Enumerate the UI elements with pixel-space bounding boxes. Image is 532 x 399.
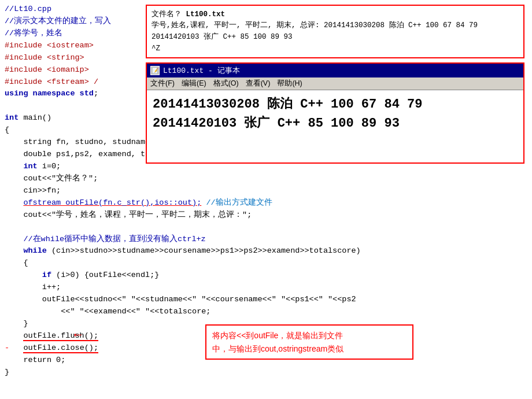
code-line: } xyxy=(5,367,527,379)
arrow-indicator: ← xyxy=(74,328,82,342)
code-line: ofstream outFile(fn.c_str(),ios::out); /… xyxy=(5,197,527,209)
menu-view[interactable]: 查看(V) xyxy=(246,79,271,88)
code-line: i++; xyxy=(5,282,527,294)
notepad-line2: 20141420103 张广 C++ 85 100 89 93 xyxy=(153,114,518,133)
code-line: cout<<"学号，姓名，课程，平时一，平时二，期末，总评："; xyxy=(5,209,527,221)
code-line: { xyxy=(5,257,527,269)
code-panel: //Lt10.cpp //演示文本文件的建立，写入 //将学号，姓名 #incl… xyxy=(0,0,532,399)
notepad-content: 20141413030208 陈泊 C++ 100 67 84 79 20141… xyxy=(147,90,523,138)
notepad-menubar[interactable]: 文件(F) 编辑(E) 格式(O) 查看(V) 帮助(H) xyxy=(147,77,523,90)
file-content-line: 20141420103 张广 C++ 85 100 89 93 xyxy=(152,31,519,43)
code-line: outFile<<studno<<" "<<studname<<" "<<cou… xyxy=(5,294,527,306)
annotation-line1: 将内容<<到outFile，就是输出到文件 xyxy=(212,329,407,342)
menu-format[interactable]: 格式(O) xyxy=(213,79,239,88)
main-container: //Lt10.cpp //演示文本文件的建立，写入 //将学号，姓名 #incl… xyxy=(0,0,532,399)
code-line: //在while循环中输入数据，直到没有输入ctrl+z xyxy=(5,234,527,246)
code-line: if (i>0) {outFile<<endl;} xyxy=(5,269,527,282)
annotation-box: 将内容<<到outFile，就是输出到文件 中，与输出到cout,ostring… xyxy=(205,324,413,360)
notepad-title: Lt100.txt - 记事本 xyxy=(163,65,240,76)
code-line: <<" "<<examend<<" "<<totalscore; xyxy=(5,306,527,318)
annotation-line2: 中，与输出到cout,ostringstream类似 xyxy=(212,342,407,355)
code-line xyxy=(5,221,527,234)
file-content-box: 文件名？ Lt100.txt 学号,姓名,课程, 平时一, 平时二, 期末, 总… xyxy=(146,5,524,58)
notepad-line1: 20141413030208 陈泊 C++ 100 67 84 79 xyxy=(153,95,518,114)
menu-edit[interactable]: 编辑(E) xyxy=(182,79,206,88)
file-content-line: 学号,姓名,课程, 平时一, 平时二, 期末, 总评: 201414130302… xyxy=(152,20,519,31)
notepad-titlebar: 📝 Lt100.txt - 记事本 xyxy=(147,64,523,77)
menu-file[interactable]: 文件(F) xyxy=(150,79,175,88)
code-line: while (cin>>studno>>studname>>coursename… xyxy=(5,245,527,257)
notepad-icon: 📝 xyxy=(150,66,160,75)
menu-help[interactable]: 帮助(H) xyxy=(277,79,302,88)
file-content-line: 文件名？ Lt100.txt xyxy=(152,9,519,20)
file-content-ctrl-z: ^Z xyxy=(152,43,519,54)
code-line: cin>>fn; xyxy=(5,185,527,197)
code-line: cout<<"文件名？"; xyxy=(5,173,527,185)
notepad-window[interactable]: 📝 Lt100.txt - 记事本 文件(F) 编辑(E) 格式(O) 查看(V… xyxy=(146,62,524,164)
